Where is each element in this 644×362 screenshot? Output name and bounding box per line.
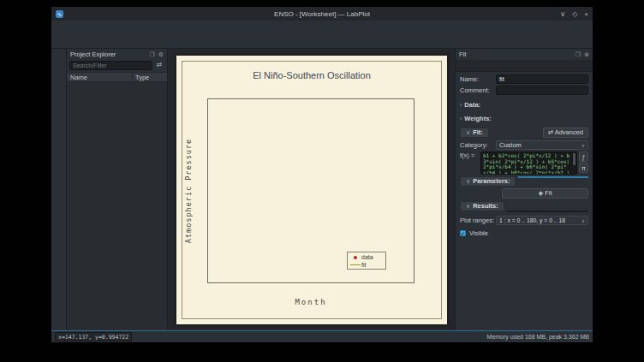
project-explorer-title: Project Explorer <box>70 50 146 58</box>
project-explorer-dock: Project Explorer ❐ ⚙ Search/Filter ⇄ Nam… <box>67 49 168 330</box>
y-axis-title[interactable]: Atmospheric Pressure <box>184 139 193 243</box>
insert-constant-button[interactable]: π <box>579 163 588 173</box>
fit-section-toggle[interactable]: ∨Fit: <box>460 128 489 138</box>
titlebar[interactable]: ∿ ENSO - [Worksheet] — LabPlot ∨◇× <box>51 7 593 21</box>
chevron-down-icon: ∨ <box>466 178 470 184</box>
window-close-icon[interactable]: × <box>584 10 588 18</box>
category-select[interactable]: Custom∨ <box>496 140 588 150</box>
chevron-down-icon: ∨ <box>466 129 470 135</box>
worksheet-page[interactable]: El Niño-Southern Oscillation Atmospheric… <box>176 56 447 324</box>
properties-tabs <box>456 60 593 72</box>
filter-options-icon[interactable]: ⇄ <box>154 61 164 70</box>
chevron-right-icon: › <box>460 102 462 108</box>
category-label: Category: <box>460 141 496 149</box>
legend-entry-data: data <box>349 253 384 261</box>
formula-scrollbar[interactable] <box>573 153 575 165</box>
search-row: Search/Filter ⇄ <box>67 60 167 72</box>
legend-fit-label: fit <box>361 262 366 268</box>
insert-function-button[interactable]: ƒ <box>579 151 588 162</box>
chevron-down-icon: ∨ <box>580 218 585 223</box>
legend-entry-fit: fit <box>349 261 384 269</box>
fit-dock-header: Fit ❐ ⊗ <box>456 49 593 60</box>
plot-title[interactable]: El Niño-Southern Oscillation <box>176 70 447 80</box>
comment-field[interactable] <box>496 86 588 95</box>
explorer-column-headers[interactable]: Name Type <box>67 72 167 82</box>
visible-checkbox[interactable]: ✓ <box>460 230 466 236</box>
window-minimize-icon[interactable]: ∨ <box>560 10 565 18</box>
chevron-down-icon: ∨ <box>580 143 585 148</box>
name-label: Name: <box>460 75 496 83</box>
advanced-button[interactable]: ⇄ Advanced <box>543 128 588 138</box>
legend-data-marker <box>349 256 361 259</box>
data-section-toggle[interactable]: ›Data: <box>460 101 588 109</box>
main-area: Project Explorer ❐ ⚙ Search/Filter ⇄ Nam… <box>51 49 593 331</box>
plot-ranges-label: Plot ranges: <box>460 217 496 224</box>
legend-fit-marker <box>349 264 361 266</box>
formula-text: b1 + b2*cos( 2*pi*x/12 ) + b3*sin( 2*pi*… <box>483 153 572 175</box>
memory-status: Memory used 168 MB, peak 3.362 MB <box>487 334 589 340</box>
comment-label: Comment: <box>460 86 496 94</box>
x-axis-title[interactable]: Month <box>207 298 414 306</box>
fit-properties-dock: Fit ❐ ⊗ Name: fit Comment: ›Data: ›Wei <box>455 49 593 330</box>
chevron-down-icon: ∨ <box>466 203 470 209</box>
project-explorer-header: Project Explorer ❐ ⚙ <box>67 49 167 60</box>
dock-settings-icon[interactable]: ⚙ <box>158 51 164 58</box>
cursor-coordinates: x=147.137, y=0.994722 <box>55 332 132 341</box>
data-point-icon <box>354 256 357 259</box>
fx-label: f(x) = <box>460 151 480 159</box>
template-buttons <box>460 325 588 330</box>
formula-editor[interactable]: b1 + b2*cos( 2*pi*x/12 ) + b3*sin( 2*pi*… <box>480 151 577 175</box>
swap-icon: ⇄ <box>548 128 553 136</box>
float-dock-icon[interactable]: ❐ <box>149 51 154 58</box>
results-section-toggle[interactable]: ∨Results: <box>460 201 504 211</box>
window-maximize-icon[interactable]: ◇ <box>572 10 577 18</box>
labplot-window: ∿ ENSO - [Worksheet] — LabPlot ∨◇× Proje… <box>51 7 593 342</box>
column-header-type[interactable]: Type <box>132 74 167 81</box>
results-table <box>507 211 588 212</box>
fit-line-icon <box>350 264 361 266</box>
fit-dock-title: Fit <box>459 50 572 58</box>
run-fit-button[interactable]: ◈ Fit <box>502 188 588 199</box>
project-tree <box>67 82 167 330</box>
main-toolbar <box>51 33 593 49</box>
float-dock-icon[interactable]: ❐ <box>575 51 581 58</box>
weights-section-toggle[interactable]: ›Weights: <box>460 115 588 122</box>
column-header-name[interactable]: Name <box>67 74 132 81</box>
parameters-section-toggle[interactable]: ∨Parameters: <box>460 176 516 187</box>
search-input[interactable]: Search/Filter <box>69 61 152 70</box>
close-dock-icon[interactable]: ⊗ <box>584 51 589 58</box>
plot-ranges-select[interactable]: 1 : x = 0 .. 180, y = 0 .. 18∨ <box>496 216 588 225</box>
name-field[interactable]: fit <box>496 74 588 84</box>
worksheet-toolbar <box>51 49 67 330</box>
legend-data-label: data <box>361 254 373 260</box>
menubar <box>51 21 593 33</box>
screen: ∿ ENSO - [Worksheet] — LabPlot ∨◇× Proje… <box>0 0 644 362</box>
visible-label: Visible <box>469 229 488 237</box>
window-title: ENSO - [Worksheet] — LabPlot <box>51 10 593 18</box>
plot-legend[interactable]: data fit <box>347 252 386 270</box>
worksheet-view[interactable]: El Niño-Southern Oscillation Atmospheric… <box>168 49 455 330</box>
chevron-right-icon: › <box>460 116 462 122</box>
statusbar: x=147.137, y=0.994722 Memory used 168 MB… <box>51 331 593 342</box>
parameters-table[interactable] <box>518 176 588 178</box>
properties-content: Name: fit Comment: ›Data: ›Weights: ∨Fit… <box>456 72 593 330</box>
results-tabs <box>507 201 588 211</box>
fit-icon: ◈ <box>538 189 543 197</box>
